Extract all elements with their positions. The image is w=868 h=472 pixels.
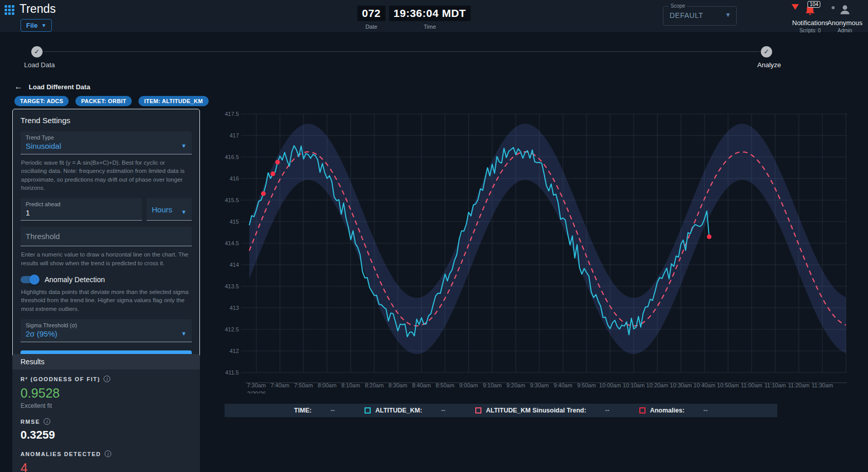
svg-text:416: 416 (230, 175, 239, 182)
rmse-value: 0.3259 (21, 428, 192, 442)
file-menu-label: File (26, 22, 37, 29)
svg-text:10:10am: 10:10am (623, 382, 645, 388)
notification-badge: 104 (808, 1, 820, 8)
date-value: 072 (362, 7, 381, 19)
sigma-threshold-select[interactable]: Sigma Threshold (σ) 2σ (95%) ▼ (21, 319, 192, 342)
file-menu-button[interactable]: File ▼ (21, 19, 52, 32)
svg-text:11:20am: 11:20am (788, 382, 810, 388)
svg-text:414: 414 (230, 262, 239, 268)
user-name: Anonymous (824, 19, 865, 27)
trend-type-help: Periodic wave fit (y = A·sin(Bx+C)+D). B… (21, 159, 191, 192)
trend-settings-panel: Trend Settings Trend Type Sinusoidal ▼ P… (12, 109, 200, 392)
anomaly-detection-toggle[interactable] (21, 276, 38, 283)
r2-label: R² (GOODNESS OF FIT) i (21, 376, 192, 382)
r2-note: Excellent fit (21, 402, 192, 409)
clock: 072 Date 19:36:04 MDT Time (357, 6, 471, 30)
svg-text:9:10am: 9:10am (483, 382, 502, 388)
item-chip[interactable]: ITEM: ALTITUDE_KM (138, 96, 208, 106)
app-menu-grid-icon[interactable] (5, 5, 15, 15)
threshold-field[interactable] (21, 227, 192, 246)
legend-anomalies[interactable]: Anomalies: -- (639, 407, 708, 414)
altitude-swatch-icon (365, 407, 371, 414)
svg-text:10:20am: 10:20am (647, 382, 669, 388)
load-different-data-button[interactable]: ← Load Different Data (14, 82, 90, 91)
legend-trend-label: ALTITUDE_KM Sinusoidal Trend: (486, 407, 587, 414)
svg-text:7:30am: 7:30am (247, 382, 266, 388)
svg-text:10:50am: 10:50am (717, 382, 739, 388)
chevron-down-icon: ▼ (181, 330, 187, 337)
step-load-data-icon[interactable]: ✓ (31, 46, 43, 57)
svg-text:8:10am: 8:10am (341, 382, 360, 388)
trend-chart[interactable]: 417.5417416.5416415.5415414.5414413.5413… (209, 100, 856, 394)
anomaly-detection-help: Highlights data points that deviate more… (21, 288, 191, 313)
svg-text:11:30am: 11:30am (812, 382, 833, 388)
svg-text:412.5: 412.5 (225, 326, 239, 332)
svg-text:414.5: 414.5 (225, 240, 239, 246)
scope-select[interactable]: Scope DEFAULT ▼ (663, 6, 737, 26)
user-icon (838, 3, 852, 16)
alert-triangle-icon (792, 4, 799, 10)
svg-text:8:00am: 8:00am (318, 382, 337, 388)
svg-text:11:00am: 11:00am (741, 382, 762, 388)
arrow-left-icon: ← (14, 82, 23, 91)
stepper-connector (43, 51, 760, 52)
svg-text:9:00am: 9:00am (459, 382, 478, 388)
legend-anomalies-label: Anomalies: (650, 407, 684, 414)
status-dot (832, 6, 835, 9)
chevron-down-icon: ▼ (725, 11, 731, 18)
step-load-data-label: Load Data (24, 61, 55, 69)
legend-trend[interactable]: ALTITUDE_KM Sinusoidal Trend: -- (475, 407, 610, 414)
legend-time-label: TIME: (294, 407, 312, 414)
svg-text:417: 417 (230, 132, 239, 139)
predict-unit-select[interactable]: Hours ▼ (147, 198, 192, 221)
legend-time: TIME: -- (294, 407, 335, 414)
user-menu-button[interactable]: Anonymous Admin (824, 2, 865, 33)
scope-label: Scope (669, 3, 687, 9)
user-role: Admin (824, 28, 865, 33)
selection-chips: TARGET: ADCS PACKET: ORBIT ITEM: ALTITUD… (14, 96, 209, 106)
legend-altitude[interactable]: ALTITUDE_KM: -- (365, 407, 446, 414)
predict-ahead-field[interactable]: Predict ahead (21, 198, 142, 221)
anomalies-value: 4 (21, 461, 192, 472)
legend-trend-value: -- (605, 407, 609, 414)
svg-text:415.5: 415.5 (225, 197, 239, 203)
svg-text:415: 415 (230, 219, 239, 225)
svg-text:9:20am: 9:20am (507, 382, 526, 388)
chart-legend-bar: TIME: -- ALTITUDE_KM: -- ALTITUDE_KM Sin… (225, 404, 777, 417)
trend-settings-title: Trend Settings (21, 116, 192, 125)
date-block: 072 Date (357, 6, 386, 30)
anomaly-detection-label: Anomaly Detection (45, 276, 105, 284)
svg-text:10:00am: 10:00am (599, 382, 621, 388)
threshold-help: Enter a numeric value to draw a horizont… (21, 250, 191, 267)
info-icon[interactable]: i (104, 376, 110, 382)
svg-text:413.5: 413.5 (225, 283, 239, 289)
svg-text:411.5: 411.5 (225, 369, 239, 376)
anomalies-label: ANOMALIES DETECTED i (21, 450, 192, 457)
target-chip[interactable]: TARGET: ADCS (14, 96, 69, 106)
anomalies-swatch-icon (639, 407, 645, 414)
predict-ahead-input[interactable] (26, 208, 137, 217)
sigma-threshold-label: Sigma Threshold (σ) (26, 322, 187, 328)
svg-text:10:30am: 10:30am (670, 382, 692, 388)
chevron-down-icon: ▼ (181, 209, 187, 215)
info-icon[interactable]: i (105, 450, 111, 457)
svg-text:9:50am: 9:50am (577, 382, 596, 388)
svg-text:413: 413 (230, 305, 239, 311)
predict-ahead-label: Predict ahead (26, 201, 137, 207)
svg-text:8:50am: 8:50am (436, 382, 455, 388)
notifications-button[interactable]: 104 Notifications Scripts: 0 (792, 2, 828, 33)
scope-value: DEFAULT (670, 11, 703, 19)
threshold-input[interactable] (26, 232, 187, 241)
time-value: 19:36:04 MDT (394, 7, 466, 19)
packet-chip[interactable]: PACKET: ORBIT (75, 96, 132, 106)
svg-text:416.5: 416.5 (225, 154, 239, 160)
chevron-down-icon: ▼ (181, 143, 187, 149)
step-analyze-icon[interactable]: ✓ (761, 46, 772, 57)
info-icon[interactable]: i (44, 418, 50, 425)
step-analyze-label: Analyze (757, 61, 781, 69)
svg-text:412: 412 (230, 348, 239, 354)
trend-type-select[interactable]: Trend Type Sinusoidal ▼ (21, 131, 192, 154)
svg-text:9:40am: 9:40am (554, 382, 573, 388)
svg-text:2/20/26: 2/20/26 (247, 390, 266, 394)
svg-text:417.5: 417.5 (225, 111, 239, 117)
